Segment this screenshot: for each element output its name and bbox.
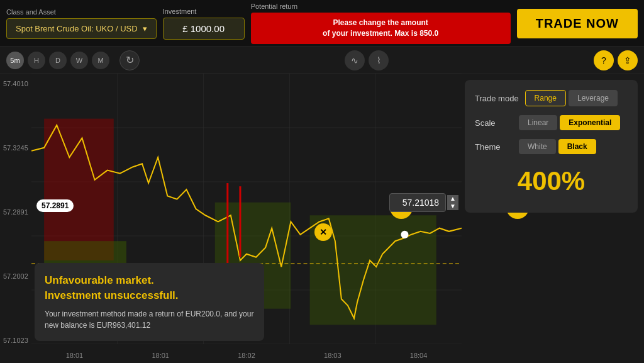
black-theme-button[interactable]: Black — [558, 139, 596, 154]
x-axis: 18:01 18:01 18:02 18:03 18:04 — [31, 347, 462, 363]
chart-area: 57.4010 57.3245 57.2891 57.2002 57.1023 — [0, 74, 644, 363]
exponential-button[interactable]: Exponential — [560, 115, 620, 130]
y-label-1: 57.4010 — [3, 80, 43, 87]
info-body: Your investment method made a return of … — [45, 308, 254, 331]
x-label-1: 18:01 — [66, 352, 84, 359]
top-bar: Class and Asset Spot Brent Crude Oil: UK… — [0, 0, 644, 47]
share-button[interactable]: ⇪ — [618, 50, 638, 70]
scale-toggle: Linear Exponential — [519, 115, 620, 130]
theme-label: Theme — [475, 142, 513, 152]
linear-button[interactable]: Linear — [519, 115, 557, 130]
x-label-3: 18:02 — [238, 352, 255, 359]
white-theme-button[interactable]: White — [519, 139, 556, 154]
trade-now-button[interactable]: TRADE NOW — [517, 9, 638, 38]
price-stepper: ▲ ▼ — [447, 195, 458, 210]
x-label-4: 18:03 — [324, 352, 341, 359]
svg-rect-10 — [44, 119, 114, 260]
target-price-input[interactable] — [389, 193, 446, 212]
theme-row: Theme White Black — [475, 139, 628, 154]
price-down-button[interactable]: ▼ — [447, 203, 458, 210]
line-chart-icon-btn[interactable]: ∿ — [345, 50, 365, 70]
current-price-value: 57.2891 — [42, 201, 69, 210]
right-panel: Trade mode Range Leverage Scale Linear E… — [465, 80, 638, 213]
asset-name: Spot Brent Crude Oil: UKO / USD — [16, 24, 138, 33]
class-asset-section: Class and Asset Spot Brent Crude Oil: UK… — [6, 8, 157, 39]
error-message: Please change the amount of your investm… — [251, 13, 511, 44]
refresh-button[interactable]: ↻ — [119, 50, 140, 70]
trade-mode-row: Trade mode Range Leverage — [475, 90, 628, 106]
error-line1: Please change the amount — [333, 18, 428, 27]
chevron-down-icon: ▾ — [143, 24, 147, 33]
chart-toolbar: 5m H D W M ↻ ∿ ⌇ ? ⇪ — [0, 47, 644, 74]
info-title: Unfavourable market. Investment unsucces… — [45, 273, 254, 303]
help-button[interactable]: ? — [594, 50, 614, 70]
time-btn-d[interactable]: D — [49, 52, 67, 69]
info-panel: Unfavourable market. Investment unsucces… — [35, 263, 264, 341]
investment-input[interactable]: £ 1000.00 — [163, 18, 245, 40]
percentage-display: 400% — [475, 163, 628, 203]
trade-mode-label: Trade mode — [475, 94, 519, 103]
current-price-tag: 57.2891 — [36, 199, 74, 212]
y-label-2: 57.3245 — [3, 144, 43, 152]
trade-mode-toggle: Range Leverage — [525, 90, 618, 106]
info-title-line1: Unfavourable market. — [45, 274, 154, 286]
x-label-5: 18:04 — [410, 352, 428, 359]
info-title-line2: Investment unsuccessfull. — [45, 289, 179, 301]
price-up-button[interactable]: ▲ — [447, 195, 458, 203]
x-label-2: 18:01 — [152, 352, 169, 359]
leverage-button[interactable]: Leverage — [569, 90, 618, 106]
scale-row: Scale Linear Exponential — [475, 115, 628, 130]
close-x-button[interactable]: ✕ — [314, 223, 332, 241]
asset-dropdown[interactable]: Spot Brent Crude Oil: UKO / USD ▾ — [6, 18, 157, 39]
potential-return-label: Potential return — [251, 3, 511, 10]
price-input-container: ▲ ▼ — [389, 193, 458, 212]
y-label-3: 57.2891 — [3, 208, 43, 216]
class-asset-label: Class and Asset — [6, 8, 157, 16]
investment-label: Investment — [163, 8, 245, 15]
time-btn-h[interactable]: H — [28, 52, 45, 69]
range-button[interactable]: Range — [525, 90, 566, 106]
error-line2: of your investment. Max is 850.0 — [323, 29, 438, 38]
time-btn-m[interactable]: M — [92, 52, 109, 69]
svg-point-17 — [401, 231, 408, 238]
investment-section: Investment £ 1000.00 — [163, 8, 245, 40]
potential-section: Potential return Please change the amoun… — [251, 3, 511, 44]
candle-chart-icon-btn[interactable]: ⌇ — [369, 50, 389, 70]
theme-toggle: White Black — [519, 139, 596, 154]
time-btn-w[interactable]: W — [70, 52, 88, 69]
time-btn-5m[interactable]: 5m — [6, 52, 24, 69]
scale-label: Scale — [475, 118, 513, 128]
